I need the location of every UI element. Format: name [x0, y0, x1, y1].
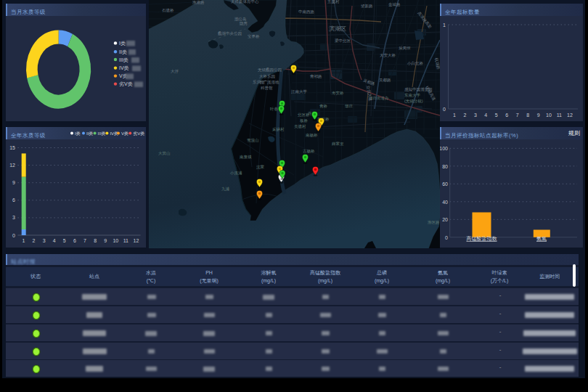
svg-text:渔港路: 渔港路	[192, 0, 205, 5]
svg-text:0: 0	[445, 235, 448, 240]
svg-text:1: 1	[22, 238, 25, 243]
svg-text:小白北桥: 小白北桥	[407, 61, 424, 66]
svg-text:吴都路: 吴都路	[379, 78, 391, 83]
svg-text:6: 6	[73, 238, 76, 243]
svg-text:80: 80	[442, 164, 448, 169]
svg-text:叶巷: 叶巷	[270, 107, 279, 111]
svg-text:(无锡分校): (无锡分校)	[404, 99, 423, 104]
svg-text:12: 12	[9, 163, 15, 168]
svg-text:40: 40	[442, 200, 448, 205]
svg-text:采缺村: 采缺村	[272, 127, 285, 132]
svg-text:吴塘村: 吴塘村	[294, 124, 306, 129]
svg-text:东南大学: 东南大学	[404, 93, 421, 97]
svg-text:3: 3	[43, 238, 46, 243]
svg-text:金城路: 金城路	[388, 2, 401, 7]
svg-text:6: 6	[505, 113, 508, 118]
svg-text:0: 0	[443, 107, 446, 112]
svg-text:8: 8	[94, 238, 97, 243]
svg-text:渔区路: 渔区路	[428, 220, 440, 224]
svg-text:100: 100	[440, 146, 448, 151]
svg-text:江南大学: 江南大学	[291, 89, 308, 94]
svg-text:梁中北区: 梁中北区	[335, 38, 351, 44]
svg-text:1: 1	[443, 23, 446, 28]
svg-text:无锡蠡园公园: 无锡蠡园公园	[258, 67, 282, 73]
svg-text:5: 5	[63, 238, 66, 243]
svg-text:后周坝: 后周坝	[399, 46, 411, 51]
svg-text:9: 9	[104, 238, 107, 243]
svg-text:I类: I类	[119, 41, 126, 46]
svg-text:蠡湖中央公园: 蠡湖中央公园	[218, 30, 242, 36]
svg-text:IV类: IV类	[119, 65, 129, 70]
svg-text:2: 2	[463, 113, 466, 118]
svg-text:I类: I类	[75, 131, 81, 136]
svg-text:中南西路: 中南西路	[298, 9, 315, 15]
svg-text:2: 2	[33, 238, 36, 243]
svg-text:大箕山: 大箕山	[158, 151, 171, 155]
svg-text:小溪浦: 小溪浦	[229, 171, 242, 176]
svg-text:南杨桥: 南杨桥	[306, 133, 318, 138]
svg-text:12: 12	[567, 113, 573, 118]
svg-text:1: 1	[453, 113, 456, 118]
svg-text:11: 11	[557, 113, 562, 118]
svg-text:6: 6	[12, 197, 15, 203]
svg-text:天祥新体育中心: 天祥新体育中心	[231, 0, 259, 4]
svg-text:12: 12	[134, 238, 139, 243]
svg-text:寿安桥: 寿安桥	[332, 91, 344, 95]
svg-text:滨湖区: 滨湖区	[329, 25, 346, 32]
svg-text:宝界桥: 宝界桥	[248, 34, 260, 38]
svg-text:II类: II类	[119, 49, 127, 54]
svg-text:隐秀: 隐秀	[240, 21, 248, 26]
svg-text:11: 11	[123, 238, 128, 243]
svg-text:9: 9	[12, 180, 15, 185]
svg-text:7: 7	[83, 238, 86, 243]
svg-text:渤公岛: 渤公岛	[234, 17, 247, 22]
svg-text:V类: V类	[121, 131, 128, 136]
svg-text:大浮: 大浮	[171, 69, 179, 74]
svg-text:高锰酸盐指数: 高锰酸盐指数	[467, 236, 498, 242]
svg-text:3: 3	[474, 113, 477, 118]
svg-text:III类: III类	[98, 131, 106, 136]
svg-text:0: 0	[12, 233, 15, 238]
svg-text:古杨桥: 古杨桥	[303, 149, 315, 154]
svg-text:3: 3	[12, 215, 15, 220]
svg-text:7: 7	[516, 113, 519, 118]
svg-text:科普馆: 科普馆	[261, 86, 273, 91]
svg-text:华庄: 华庄	[345, 104, 354, 108]
svg-text:III类: III类	[119, 57, 128, 62]
svg-text:长广溪湿地: 长广溪湿地	[259, 80, 279, 85]
svg-text:板桥: 板桥	[299, 118, 309, 123]
svg-text:II类: II类	[86, 131, 93, 136]
svg-text:劣V类: 劣V类	[133, 131, 144, 136]
svg-text:青祁路: 青祁路	[310, 74, 322, 78]
svg-text:10: 10	[113, 238, 118, 243]
svg-text:20: 20	[442, 217, 448, 222]
svg-text:九浦: 九浦	[221, 187, 230, 192]
svg-text:大桥乐园: 大桥乐园	[259, 74, 275, 79]
svg-text:15: 15	[9, 145, 15, 150]
svg-text:青桥: 青桥	[319, 104, 328, 108]
svg-text:5: 5	[495, 113, 498, 118]
svg-text:沈家: 沈家	[256, 165, 265, 170]
svg-text:氨氮: 氨氮	[536, 236, 547, 242]
svg-text:望新路: 望新路	[361, 4, 373, 8]
svg-text:9: 9	[537, 113, 540, 118]
svg-text:4: 4	[53, 238, 56, 243]
svg-text:石塘桥: 石塘桥	[162, 8, 174, 13]
svg-text:8: 8	[526, 113, 529, 118]
svg-text:60: 60	[442, 181, 448, 187]
svg-text:南泉镇: 南泉镇	[240, 155, 252, 159]
svg-text:天安大桥: 天安大桥	[380, 53, 396, 57]
svg-text:4: 4	[484, 113, 487, 118]
svg-text:10: 10	[546, 113, 552, 118]
svg-text:劣V类: 劣V类	[119, 81, 133, 87]
svg-text:雪浪山: 雪浪山	[247, 138, 259, 143]
svg-text:薛家里: 薛家里	[332, 142, 344, 146]
